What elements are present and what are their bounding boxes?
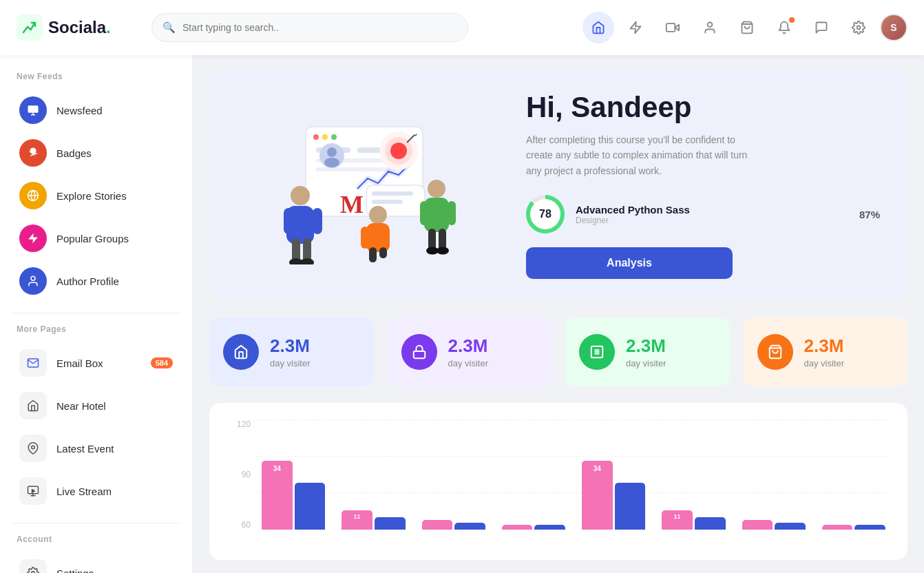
stat-card-3: 2.3M day visiter <box>744 317 908 386</box>
emailbox-icon <box>19 349 47 377</box>
sidebar-item-nearhotel[interactable]: Near Hotel <box>11 385 181 426</box>
hero-illustration: M <box>237 106 498 264</box>
chart-area: 120 90 60 34 <box>226 419 891 543</box>
svg-point-56 <box>437 247 449 254</box>
svg-rect-58 <box>366 223 390 252</box>
notification-btn[interactable] <box>768 12 800 43</box>
settings-btn[interactable] <box>843 12 874 43</box>
logo-area: Sociala. <box>17 14 140 41</box>
latestevent-label: Latest Event <box>56 443 173 455</box>
groups-label: Popular Groups <box>56 233 129 244</box>
settings-label: Settings <box>56 567 173 574</box>
svg-rect-62 <box>413 351 425 358</box>
bar-blue-7 <box>775 523 806 530</box>
course-percent: 87% <box>859 209 880 220</box>
svg-rect-40 <box>372 200 403 204</box>
bar-pink-6: 11 <box>662 510 693 530</box>
sidebar: New Feeds Newsfeed Badges Explore Storie… <box>0 55 193 573</box>
bar-blue-8 <box>854 525 885 530</box>
svg-point-33 <box>390 143 407 159</box>
course-row: 78 Advanced Python Sass Designer 87% <box>526 195 880 233</box>
user-avatar[interactable]: S <box>880 14 907 41</box>
flash-nav-btn[interactable] <box>620 12 651 43</box>
svg-marker-18 <box>32 490 35 493</box>
stat-info-1: 2.3M day visiter <box>448 335 489 368</box>
logo-text: Sociala. <box>48 18 111 37</box>
bar-group-1: 34 <box>262 461 325 530</box>
svg-rect-44 <box>313 208 322 234</box>
svg-rect-6 <box>28 105 39 113</box>
bar-label-2: 11 <box>354 513 361 520</box>
svg-point-57 <box>369 206 387 224</box>
more-pages-label: More Pages <box>11 324 181 334</box>
search-bar: 🔍 <box>151 13 468 42</box>
sidebar-item-settings[interactable]: Settings <box>11 552 181 573</box>
course-role: Designer <box>576 216 848 225</box>
sidebar-divider-1 <box>11 313 181 313</box>
hero-greeting: Hi, Sandeep <box>526 91 880 124</box>
svg-point-13 <box>31 276 35 280</box>
logo-icon <box>17 14 43 41</box>
search-input[interactable] <box>151 13 468 42</box>
sidebar-item-author[interactable]: Author Profile <box>11 260 181 302</box>
bag-nav-btn[interactable] <box>731 12 763 43</box>
stat-card-2: 2.3M day visiter <box>565 317 730 386</box>
newsfeed-icon <box>19 96 47 124</box>
bar-group-8 <box>822 525 885 530</box>
bar-pink-8 <box>822 525 853 530</box>
sidebar-item-badges[interactable]: Badges <box>11 132 181 174</box>
sidebar-item-groups[interactable]: Popular Groups <box>11 218 181 259</box>
messages-btn[interactable] <box>806 12 837 43</box>
search-icon: 🔍 <box>162 21 176 34</box>
svg-text:M: M <box>340 191 364 218</box>
svg-point-21 <box>313 134 319 140</box>
user-nav-btn[interactable] <box>694 12 726 43</box>
groups-icon <box>19 225 47 252</box>
svg-point-22 <box>322 134 328 140</box>
bar-group-6: 11 <box>662 510 725 530</box>
bar-blue-1 <box>295 483 326 530</box>
svg-rect-51 <box>420 201 428 225</box>
svg-rect-59 <box>361 227 369 249</box>
bar-blue-6 <box>695 517 726 530</box>
stat-value-3: 2.3M <box>804 335 845 357</box>
svg-point-30 <box>324 158 339 167</box>
stat-value-0: 2.3M <box>270 335 311 357</box>
svg-rect-2 <box>666 23 675 32</box>
chart-card: 120 90 60 34 <box>209 403 907 560</box>
svg-point-23 <box>331 134 337 140</box>
notification-dot <box>789 17 795 23</box>
hero-text: Hi, Sandeep After completing this course… <box>526 91 880 279</box>
sidebar-item-livestream[interactable]: Live Stream <box>11 470 181 512</box>
bar-group-4 <box>502 525 565 530</box>
svg-point-48 <box>300 258 314 264</box>
chart-y-label-60: 60 <box>226 520 251 530</box>
stat-label-1: day visiter <box>448 358 489 368</box>
bar-group-3 <box>422 520 485 530</box>
bar-pink-5: 34 <box>582 461 613 530</box>
sidebar-item-explore[interactable]: Explore Stories <box>11 175 181 216</box>
analysis-button[interactable]: Analysis <box>526 247 733 279</box>
course-progress-circle: 78 <box>526 195 565 233</box>
stat-card-0: 2.3M day visiter <box>209 317 374 386</box>
stats-row: 2.3M day visiter 2.3M day visiter 2. <box>209 317 907 386</box>
video-nav-btn[interactable] <box>657 12 689 43</box>
svg-rect-60 <box>369 247 377 262</box>
svg-rect-39 <box>372 191 413 196</box>
navbar: Sociala. 🔍 <box>0 0 924 55</box>
svg-marker-12 <box>28 233 38 244</box>
stat-label-2: day visiter <box>626 358 666 368</box>
course-score: 78 <box>539 208 552 220</box>
chart-y-label-90: 90 <box>226 470 251 479</box>
stat-info-0: 2.3M day visiter <box>270 335 311 368</box>
home-nav-btn[interactable] <box>582 12 614 43</box>
sidebar-item-latestevent[interactable]: Latest Event <box>11 428 181 469</box>
svg-rect-61 <box>379 247 387 258</box>
svg-rect-43 <box>284 208 293 234</box>
sidebar-item-newsfeed[interactable]: Newsfeed <box>11 90 181 131</box>
bar-blue-2 <box>375 517 406 530</box>
bar-blue-5 <box>615 483 646 530</box>
sidebar-item-emailbox[interactable]: Email Box 584 <box>11 342 181 384</box>
new-feeds-label: New Feeds <box>11 72 181 81</box>
svg-marker-0 <box>631 22 641 34</box>
